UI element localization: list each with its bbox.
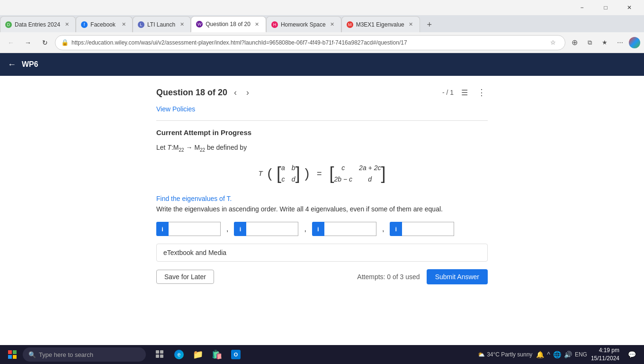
taskbar: 🔍 Type here to search e 📁 🛍️ O <box>0 345 644 364</box>
reload-button[interactable]: ↻ <box>38 36 52 50</box>
right-bracket-close: ] <box>381 165 385 182</box>
info-badge-4[interactable]: i <box>390 222 402 236</box>
tab-close-question18[interactable]: ✕ <box>253 20 261 28</box>
tab-close-m3ex1[interactable]: ✕ <box>407 21 415 28</box>
tab-close-lti[interactable]: ✕ <box>178 21 186 28</box>
question-body: Let T:M22 → M22 be defined by T ( [ a b … <box>156 142 488 214</box>
etextbook-section[interactable]: eTextbook and Media <box>156 244 488 262</box>
zoom-button[interactable]: ⊕ <box>568 36 581 49</box>
taskbar-clock[interactable]: 4:19 pm 15/11/2024 <box>591 346 619 363</box>
separator-3: , <box>380 225 386 233</box>
current-attempt-label: Current Attempt in Progress <box>156 128 488 136</box>
volume-icon[interactable]: 🔊 <box>564 351 572 358</box>
input-wrapper-3: i <box>312 222 376 236</box>
svg-rect-2 <box>8 355 12 359</box>
task-view-button[interactable] <box>152 346 169 363</box>
split-view-button[interactable]: ⧉ <box>583 36 596 49</box>
close-button[interactable]: ✕ <box>618 0 640 15</box>
matrix-cell-a: a <box>281 163 285 173</box>
notification-badge[interactable]: 🔔 <box>536 351 544 358</box>
collections-button[interactable]: ★ <box>599 36 611 49</box>
tab-close-homework[interactable]: ✕ <box>329 21 336 28</box>
url-icons: ☆ <box>547 36 559 49</box>
math-formula: T ( [ a b c d ] ) = [ <box>156 162 488 186</box>
answer-input-2[interactable] <box>246 222 298 236</box>
separator-1: , <box>224 225 230 233</box>
edge-icon: e <box>174 350 184 359</box>
right-matrix: [ c 2a + 2c 2b − c d ] <box>330 162 386 186</box>
start-button[interactable] <box>4 346 21 363</box>
question-list-button[interactable]: ☰ <box>459 86 470 99</box>
attempt-counter: - / 1 <box>442 89 454 96</box>
taskbar-chevron-icon[interactable]: ^ <box>547 351 550 358</box>
answer-row: i , i , i , i <box>156 222 488 236</box>
date-display: 15/11/2024 <box>591 355 619 363</box>
info-badge-2[interactable]: i <box>234 222 246 236</box>
store-button[interactable]: 🛍️ <box>208 346 225 363</box>
matrix-cell-d2: d <box>359 174 381 184</box>
tab-m3ex1[interactable]: M M3EX1 Eigenvalue ✕ <box>341 16 420 32</box>
svg-rect-5 <box>160 350 163 354</box>
tab-close-data-entries[interactable]: ✕ <box>63 21 71 28</box>
tab-label-facebook: Facebook <box>90 21 117 28</box>
notification-center-button[interactable]: 💬 <box>623 346 640 363</box>
taskbar-search-text: Type here to search <box>39 351 93 358</box>
right-matrix-body: c 2a + 2c 2b − c d <box>334 162 381 186</box>
prev-question-button[interactable]: ‹ <box>231 86 240 100</box>
view-policies-link[interactable]: View Policies <box>156 105 195 113</box>
edge-browser-button[interactable]: e <box>170 346 188 363</box>
url-bar[interactable]: 🔒 https://education.wiley.com/was/ui/v2/… <box>55 35 565 50</box>
more-options-button[interactable]: ⋮ <box>475 85 488 100</box>
outlook-button[interactable]: O <box>227 346 244 363</box>
info-badge-3[interactable]: i <box>312 222 324 236</box>
tab-facebook[interactable]: f Facebook ✕ <box>76 16 133 32</box>
window-controls: − □ ✕ <box>571 0 640 15</box>
profile-button[interactable] <box>629 37 640 48</box>
tab-label-lti: LTI Launch <box>147 21 175 28</box>
right-actions: Attempts: 0 of 3 used Submit Answer <box>357 269 488 284</box>
separator-2: , <box>302 225 308 233</box>
more-tools-button[interactable]: ⋯ <box>614 36 626 49</box>
tab-favicon-lti: L <box>138 21 144 28</box>
bottom-bar: Save for Later Attempts: 0 of 3 used Sub… <box>156 269 488 284</box>
bookmark-star-icon[interactable]: ☆ <box>547 36 559 49</box>
weather-icon: ⛅ <box>478 351 485 358</box>
question-header: Question 18 of 20 ‹ › - / 1 ☰ ⋮ <box>156 85 488 100</box>
tab-favicon-m3ex1: M <box>347 21 353 28</box>
tab-favicon-facebook: f <box>81 21 88 28</box>
taskbar-search-icon: 🔍 <box>28 351 36 358</box>
save-later-button[interactable]: Save for Later <box>156 270 214 284</box>
tab-homework-space[interactable]: H Homework Space ✕ <box>266 16 341 32</box>
back-nav-button[interactable]: ← <box>4 36 18 50</box>
matrix-cell-c2: c <box>334 163 353 173</box>
title-bar: − □ ✕ <box>0 0 644 15</box>
tab-label-data-entries: Data Entries 2024 <box>15 21 60 28</box>
find-eigenvalues-link[interactable]: Find the eigenvalues of T. <box>156 195 232 202</box>
matrix-cell-2a2c: 2a + 2c <box>359 163 381 173</box>
tab-favicon-homework: H <box>271 21 278 28</box>
network-icon[interactable]: 🌐 <box>553 351 561 358</box>
maximize-button[interactable]: □ <box>595 0 617 15</box>
tab-data-entries[interactable]: D Data Entries 2024 ✕ <box>0 16 76 32</box>
outlook-icon: O <box>231 350 241 359</box>
submit-answer-button[interactable]: Submit Answer <box>427 269 488 284</box>
weather-widget[interactable]: ⛅ 34°C Partly sunny <box>478 351 532 358</box>
math-close-paren: ) <box>305 167 309 180</box>
answer-input-4[interactable] <box>402 222 454 236</box>
file-explorer-button[interactable]: 📁 <box>189 346 206 363</box>
new-tab-button[interactable]: + <box>422 17 437 32</box>
next-question-button[interactable]: › <box>243 86 252 100</box>
tab-close-facebook[interactable]: ✕ <box>120 21 127 28</box>
tab-question18[interactable]: W Question 18 of 20 ✕ <box>191 16 266 32</box>
minimize-button[interactable]: − <box>571 0 593 15</box>
forward-nav-button[interactable]: → <box>21 36 35 50</box>
lock-icon: 🔒 <box>61 39 69 46</box>
info-badge-1[interactable]: i <box>156 222 169 236</box>
answer-input-3[interactable] <box>324 222 376 236</box>
app-back-button[interactable]: ← <box>8 60 16 70</box>
taskbar-search-bar[interactable]: 🔍 Type here to search <box>23 347 146 362</box>
svg-rect-6 <box>156 355 159 358</box>
tab-label-m3ex1: M3EX1 Eigenvalue <box>356 21 404 28</box>
answer-input-1[interactable] <box>169 222 221 236</box>
tab-lti-launch[interactable]: L LTI Launch ✕ <box>133 16 191 32</box>
